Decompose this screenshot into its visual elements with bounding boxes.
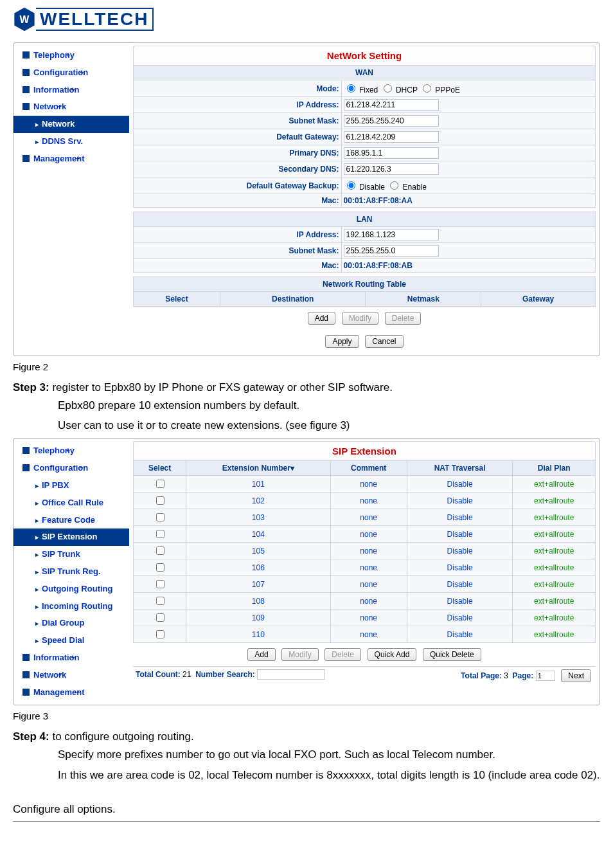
ext-number[interactable]: 109 bbox=[186, 610, 330, 626]
field-label: Primary DNS: bbox=[134, 145, 342, 161]
field-input[interactable] bbox=[344, 115, 439, 127]
menu-item-outgoing-routing[interactable]: Outgoing Routing bbox=[13, 581, 129, 598]
gwbackup-label: Default Gateway Backup: bbox=[134, 177, 342, 194]
delete-button[interactable]: Delete bbox=[385, 312, 422, 325]
extension-table: SelectExtension Number▾CommentNAT Traver… bbox=[133, 460, 596, 643]
wan-table: WAN Mode: Fixed DHCP PPPoE IP Address:Su… bbox=[133, 65, 596, 208]
ext-nat: Disable bbox=[407, 476, 513, 493]
ext-plan: ext+allroute bbox=[513, 476, 596, 493]
ext-number[interactable]: 101 bbox=[186, 476, 330, 493]
apply-button[interactable]: Apply bbox=[325, 335, 359, 348]
step4-line3: In this we are area code is 02, local Te… bbox=[58, 766, 600, 784]
table-row: 104noneDisableext+allroute bbox=[134, 526, 596, 543]
menu-item-configuration[interactable]: Configuration bbox=[13, 460, 129, 477]
field-input[interactable] bbox=[344, 147, 439, 159]
field-input[interactable] bbox=[344, 245, 439, 257]
row-checkbox[interactable] bbox=[156, 580, 164, 588]
menu-item-ip-pbx[interactable]: IP PBX bbox=[13, 477, 129, 494]
row-checkbox[interactable] bbox=[156, 547, 164, 555]
row-checkbox[interactable] bbox=[156, 597, 164, 605]
page-input[interactable] bbox=[536, 671, 555, 681]
quick-delete-button[interactable]: Quick Delete bbox=[423, 648, 481, 661]
add-button[interactable]: Add bbox=[247, 648, 275, 661]
field-input[interactable] bbox=[344, 131, 439, 143]
gwbackup-option-disable[interactable]: Disable bbox=[344, 183, 387, 192]
row-checkbox[interactable] bbox=[156, 530, 164, 538]
mode-option-fixed[interactable]: Fixed bbox=[344, 86, 380, 95]
number-search-label: Number Search: bbox=[195, 670, 255, 679]
ext-number[interactable]: 103 bbox=[186, 509, 330, 526]
menu-item-information[interactable]: Information bbox=[13, 649, 129, 667]
menu-item-ddns-srv-[interactable]: DDNS Srv. bbox=[13, 133, 129, 150]
ext-plan: ext+allroute bbox=[513, 576, 596, 593]
menu-item-management[interactable]: Management bbox=[13, 150, 129, 168]
menu-item-configuration[interactable]: Configuration bbox=[13, 64, 129, 82]
delete-button[interactable]: Delete bbox=[324, 648, 361, 661]
next-button[interactable]: Next bbox=[561, 669, 591, 682]
step4-line2: Specify more prefixes number to go out v… bbox=[58, 746, 600, 763]
ext-number[interactable]: 110 bbox=[186, 626, 330, 643]
row-checkbox[interactable] bbox=[156, 480, 164, 488]
page-label: Page: bbox=[513, 671, 534, 680]
row-checkbox[interactable] bbox=[156, 513, 164, 521]
step3-line2: Epbx80 prepare 10 extension numbers by d… bbox=[58, 397, 600, 414]
menu-item-dial-group[interactable]: Dial Group bbox=[13, 615, 129, 632]
ext-number[interactable]: 102 bbox=[186, 493, 330, 509]
table-row: 107noneDisableext+allroute bbox=[134, 576, 596, 593]
ext-number[interactable]: 107 bbox=[186, 576, 330, 593]
col-header: Select bbox=[134, 461, 186, 476]
cancel-button[interactable]: Cancel bbox=[365, 335, 403, 348]
ext-plan: ext+allroute bbox=[513, 593, 596, 610]
sidebar: TelephonyConfigurationInformationNetwork… bbox=[13, 43, 129, 356]
number-search-input[interactable] bbox=[257, 669, 325, 680]
menu-item-sip-extension[interactable]: SIP Extension bbox=[13, 529, 129, 546]
row-checkbox[interactable] bbox=[156, 613, 164, 622]
menu-item-sip-trunk[interactable]: SIP Trunk bbox=[13, 546, 129, 563]
mode-option-pppoe[interactable]: PPPoE bbox=[420, 86, 460, 95]
divider bbox=[13, 821, 600, 822]
menu-item-telephony[interactable]: Telephony bbox=[13, 47, 129, 64]
page-title: NetWork Setting bbox=[133, 46, 596, 65]
menu-item-network[interactable]: Network bbox=[13, 98, 129, 116]
row-checkbox[interactable] bbox=[156, 496, 164, 505]
ext-plan: ext+allroute bbox=[513, 493, 596, 509]
ext-number[interactable]: 104 bbox=[186, 526, 330, 543]
field-input[interactable] bbox=[344, 99, 439, 111]
field-input[interactable] bbox=[344, 229, 439, 240]
mode-option-dhcp[interactable]: DHCP bbox=[380, 86, 420, 95]
ext-nat: Disable bbox=[407, 543, 513, 559]
ext-comment: none bbox=[330, 476, 407, 493]
gwbackup-option-enable[interactable]: Enable bbox=[387, 183, 427, 192]
add-button[interactable]: Add bbox=[308, 312, 335, 325]
menu-item-office-call-rule[interactable]: Office Call Rule bbox=[13, 494, 129, 512]
table-row: 106noneDisableext+allroute bbox=[134, 559, 596, 576]
quick-add-button[interactable]: Quick Add bbox=[368, 648, 417, 661]
row-checkbox[interactable] bbox=[156, 563, 164, 572]
menu-item-network[interactable]: Network bbox=[13, 116, 129, 133]
menu-item-telephony[interactable]: Telephony bbox=[13, 442, 129, 460]
ext-comment: none bbox=[330, 626, 407, 643]
col-header: Comment bbox=[330, 461, 407, 476]
modify-button[interactable]: Modify bbox=[342, 312, 378, 325]
menu-item-incoming-routing[interactable]: Incoming Routing bbox=[13, 598, 129, 615]
logo-text: WELLTECH bbox=[36, 8, 154, 31]
menu-item-management[interactable]: Management bbox=[13, 684, 129, 701]
col-gateway: Gateway bbox=[481, 292, 596, 307]
field-input[interactable] bbox=[344, 163, 439, 175]
row-checkbox[interactable] bbox=[156, 630, 164, 638]
col-header: Dial Plan bbox=[513, 461, 596, 476]
pager: Total Count: 21 Number Search: Total Pag… bbox=[133, 666, 596, 682]
ext-plan: ext+allroute bbox=[513, 559, 596, 576]
ext-number[interactable]: 108 bbox=[186, 593, 330, 610]
menu-item-speed-dial[interactable]: Speed Dial bbox=[13, 632, 129, 649]
modify-button[interactable]: Modify bbox=[281, 648, 318, 661]
menu-item-sip-trunk-reg-[interactable]: SIP Trunk Reg. bbox=[13, 563, 129, 581]
col-header[interactable]: Extension Number▾ bbox=[186, 461, 330, 476]
menu-item-feature-code[interactable]: Feature Code bbox=[13, 512, 129, 529]
table-row: 101noneDisableext+allroute bbox=[134, 476, 596, 493]
ext-number[interactable]: 105 bbox=[186, 543, 330, 559]
step4-heading: Step 4: to configure outgoing routing. bbox=[13, 730, 600, 743]
menu-item-information[interactable]: Information bbox=[13, 82, 129, 99]
menu-item-network[interactable]: Network bbox=[13, 667, 129, 684]
ext-number[interactable]: 106 bbox=[186, 559, 330, 576]
